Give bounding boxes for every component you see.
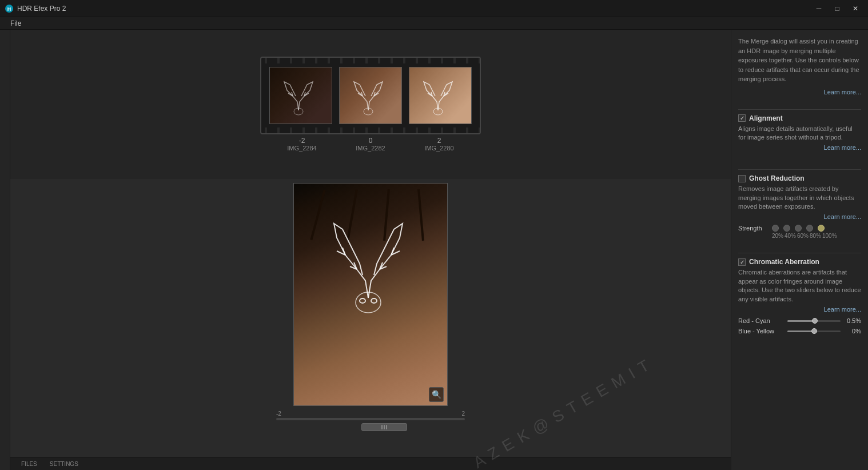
ghost-reduction-checkbox[interactable] <box>738 175 746 182</box>
files-tab[interactable]: FILES <box>15 459 43 469</box>
alignment-section: Alignment Aligns image details automatic… <box>738 114 861 156</box>
slider-thumb-area[interactable] <box>276 423 465 432</box>
preview-area: 🔍 A Z E K @ S T E E M I T -2 2 <box>10 178 731 457</box>
filmstrip <box>260 57 481 134</box>
thumb-line-3 <box>386 425 387 429</box>
slider-thumb[interactable] <box>361 423 407 431</box>
svg-point-6 <box>360 298 365 303</box>
blue-yellow-slider[interactable] <box>787 330 841 332</box>
strength-pct-2: 60% <box>797 233 809 239</box>
frame-label-0: -2 IMG_2284 <box>268 137 336 152</box>
red-cyan-slider[interactable] <box>787 320 841 322</box>
settings-tab[interactable]: SETTINGS <box>43 459 85 469</box>
divider-3 <box>738 253 861 253</box>
frame-name-1: IMG_2282 <box>336 145 405 152</box>
red-cyan-row: Red - Cyan 0.5% <box>738 317 861 324</box>
exposure-slider[interactable]: -2 2 <box>276 411 465 432</box>
film-frame-1[interactable] <box>339 67 402 124</box>
titlebar-left: H HDR Efex Pro 2 <box>5 4 66 13</box>
ghost-reduction-section: Ghost Reduction Removes image artifacts … <box>738 174 861 239</box>
strength-dot-2[interactable] <box>795 225 802 232</box>
blue-yellow-handle[interactable] <box>811 328 817 334</box>
chromatic-aberration-learn-more[interactable]: Learn more... <box>738 306 861 313</box>
blue-yellow-row: Blue - Yellow 0% <box>738 328 861 334</box>
menubar: File <box>0 17 868 30</box>
thumb-line-1 <box>381 425 383 429</box>
frame-name-2: IMG_2280 <box>405 145 473 152</box>
slider-max-label: 2 <box>461 411 465 417</box>
learn-more-link-1[interactable]: Learn more... <box>738 89 861 95</box>
strength-dot-1[interactable] <box>783 225 790 232</box>
file-menu[interactable]: File <box>5 18 27 29</box>
alignment-header: Alignment <box>738 114 861 122</box>
chromatic-aberration-checkbox[interactable] <box>738 258 746 266</box>
preview-image: 🔍 <box>293 183 448 406</box>
right-panel: The Merge dialog will assist you in crea… <box>731 30 868 470</box>
ghost-reduction-title: Ghost Reduction <box>749 174 805 182</box>
frame-label-2: 2 IMG_2280 <box>405 137 473 152</box>
red-cyan-label: Red - Cyan <box>738 317 784 324</box>
frame-label-1: 0 IMG_2282 <box>336 137 405 152</box>
deer-antler-icon-0 <box>276 70 321 116</box>
ghost-reduction-learn-more[interactable]: Learn more... <box>738 213 861 220</box>
frame-ev-1: 0 <box>336 137 405 145</box>
titlebar: H HDR Efex Pro 2 ─ □ ✕ <box>0 0 868 17</box>
red-cyan-value: 0.5% <box>844 317 861 324</box>
filmstrip-labels: -2 IMG_2284 0 IMG_2282 2 IMG_2280 <box>268 137 473 152</box>
deer-antler-icon-1 <box>345 70 391 116</box>
center-panel: -2 IMG_2284 0 IMG_2282 2 IMG_2280 <box>10 30 731 470</box>
chromatic-aberration-title: Chromatic Aberration <box>749 258 819 266</box>
svg-text:H: H <box>7 6 11 12</box>
alignment-title: Alignment <box>749 114 783 122</box>
restore-button[interactable]: □ <box>829 3 845 14</box>
app-icon: H <box>5 4 14 13</box>
strength-pct-1: 40% <box>785 233 796 239</box>
help-text: The Merge dialog will assist you in crea… <box>738 37 861 84</box>
strength-dot-4[interactable] <box>818 225 825 232</box>
ghost-reduction-header: Ghost Reduction <box>738 174 861 182</box>
ghost-reduction-desc: Removes image artifacts created by mergi… <box>738 185 861 211</box>
slider-thumb-lines <box>381 425 387 429</box>
left-strip <box>0 30 10 470</box>
strength-percentages: 20% 40% 60% 80% 100% <box>738 233 861 239</box>
bottom-tabs: FILES SETTINGS <box>10 457 731 470</box>
film-frame-0[interactable] <box>269 67 332 124</box>
filmstrip-area: -2 IMG_2284 0 IMG_2282 2 IMG_2280 <box>10 30 731 178</box>
film-frame-inner-2 <box>409 67 471 124</box>
divider-2 <box>738 169 861 170</box>
svg-point-7 <box>371 298 377 303</box>
main-content: -2 IMG_2284 0 IMG_2282 2 IMG_2280 <box>0 30 868 470</box>
slider-track[interactable] <box>276 418 465 420</box>
strength-dots <box>772 225 825 232</box>
frame-ev-2: 2 <box>405 137 473 145</box>
chromatic-aberration-desc: Chromatic aberrations are artifacts that… <box>738 268 861 304</box>
blue-yellow-value: 0% <box>844 328 861 334</box>
slider-min-label: -2 <box>276 411 281 417</box>
title-text: HDR Efex Pro 2 <box>17 5 66 13</box>
thumb-line-2 <box>384 425 385 429</box>
film-frame-2[interactable] <box>409 67 472 124</box>
strength-label: Strength <box>738 225 770 232</box>
minimize-button[interactable]: ─ <box>811 3 827 14</box>
watermark: A Z E K @ S T E E M I T <box>470 356 653 470</box>
close-button[interactable]: ✕ <box>847 3 863 14</box>
blue-yellow-label: Blue - Yellow <box>738 328 784 334</box>
red-cyan-handle[interactable] <box>812 318 818 324</box>
film-frame-inner-0 <box>270 67 332 124</box>
deer-antler-icon-2 <box>415 70 461 116</box>
strength-pct-4: 100% <box>822 233 834 239</box>
chromatic-aberration-section: Chromatic Aberration Chromatic aberratio… <box>738 258 861 334</box>
strength-row: Strength <box>738 225 861 232</box>
chromatic-aberration-header: Chromatic Aberration <box>738 258 861 266</box>
zoom-button[interactable]: 🔍 <box>429 387 444 402</box>
window-controls: ─ □ ✕ <box>811 3 863 14</box>
alignment-checkbox[interactable] <box>738 114 746 122</box>
strength-dot-0[interactable] <box>772 225 779 232</box>
strength-dot-3[interactable] <box>806 225 813 232</box>
slider-labels: -2 2 <box>276 411 465 417</box>
deer-preview-icon <box>317 206 420 321</box>
frame-name-0: IMG_2284 <box>268 145 336 152</box>
strength-pct-0: 20% <box>772 233 783 239</box>
frame-ev-0: -2 <box>268 137 336 145</box>
alignment-learn-more[interactable]: Learn more... <box>738 144 861 151</box>
